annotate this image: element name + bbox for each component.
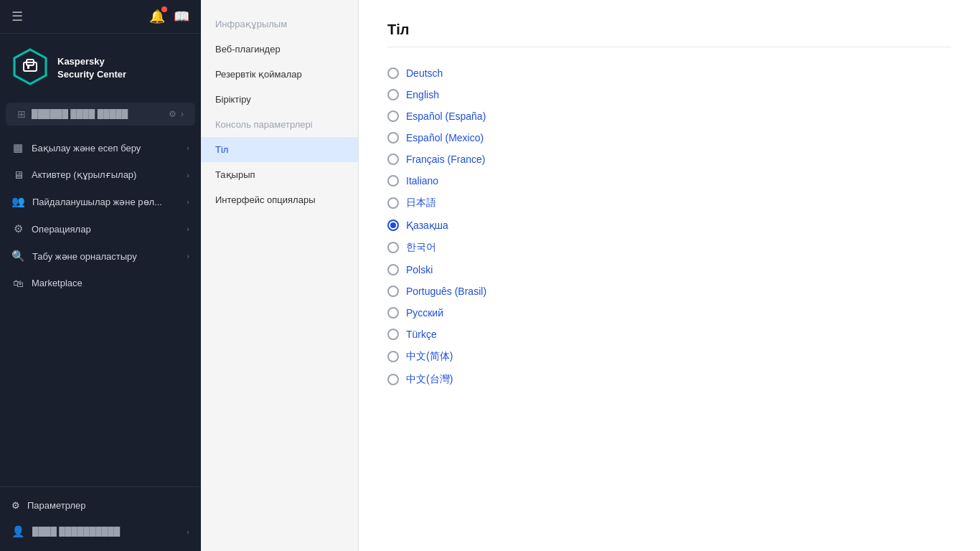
sidebar-item-find[interactable]: 🔍 Табу және орналастыру › [0, 242, 201, 270]
radio-chinese-simplified [387, 351, 399, 362]
user-name: ████ ██████████ [32, 527, 179, 537]
sidebar-item-label: Marketplace [32, 278, 189, 288]
language-item-english[interactable]: English [387, 89, 951, 100]
menu-item-integration[interactable]: Біріктіру [201, 87, 358, 112]
language-item-espanol-espana[interactable]: Español (España) [387, 110, 951, 122]
language-label-turkish: Türkçe [406, 329, 437, 340]
menu-item-console-params: Консоль параметрлері [201, 112, 358, 137]
language-item-polski[interactable]: Polski [387, 264, 951, 276]
language-label-chinese-traditional: 中文(台灣) [406, 373, 453, 386]
language-item-japanese[interactable]: 日本語 [387, 197, 951, 209]
page-title: Тіл [387, 22, 951, 47]
sidebar-item-label: Пайдаланушылар және рөл... [32, 197, 179, 207]
sidebar-item-label: Бақылау және есеп беру [32, 143, 179, 154]
language-item-chinese-traditional[interactable]: 中文(台灣) [387, 373, 951, 386]
user-icon: 👤 [11, 525, 25, 538]
hamburger-icon[interactable]: ☰ [11, 9, 23, 24]
sidebar-item-marketplace[interactable]: 🛍 Marketplace [0, 270, 201, 296]
svg-rect-3 [27, 65, 29, 69]
language-item-korean[interactable]: 한국어 [387, 241, 951, 254]
radio-italiano [387, 175, 399, 187]
notification-dot [161, 6, 167, 12]
language-item-kazakh[interactable]: Қазақша [387, 220, 951, 231]
settings-icon: ⚙ [11, 500, 20, 511]
language-label-kazakh: Қазақша [406, 220, 448, 231]
language-label-english: English [406, 89, 439, 100]
server-actions: ⚙ › [169, 109, 184, 119]
logo-area: Kaspersky Security Center [0, 34, 201, 103]
sidebar-item-monitoring[interactable]: ▦ Бақылау және есеп беру › [0, 134, 201, 161]
radio-japanese [387, 197, 399, 209]
search-icon: 🔍 [11, 250, 25, 263]
menu-item-language[interactable]: Тіл [201, 137, 358, 162]
language-item-russian[interactable]: Русский [387, 307, 951, 319]
radio-deutsch [387, 67, 399, 79]
language-label-espanol-espana: Español (España) [406, 110, 486, 122]
svg-marker-0 [14, 50, 46, 84]
main-content: Тіл DeutschEnglishEspañol (España)Españo… [359, 0, 980, 551]
sidebar-item-label: Активтер (құрылғылар) [32, 169, 179, 180]
language-item-francais[interactable]: Français (France) [387, 154, 951, 165]
language-item-deutsch[interactable]: Deutsch [387, 67, 951, 79]
sidebar-item-assets[interactable]: 🖥 Активтер (құрылғылар) › [0, 161, 201, 188]
sidebar-item-operations[interactable]: ⚙ Операциялар › [0, 215, 201, 242]
chevron-right-icon: › [187, 225, 189, 233]
language-item-portuguese[interactable]: Português (Brasil) [387, 286, 951, 297]
sidebar-bottom: ⚙ Параметрлер 👤 ████ ██████████ › [0, 486, 201, 551]
monitoring-icon: ▦ [11, 141, 24, 154]
server-name: ██████ ████ █████ [32, 109, 163, 119]
server-selector[interactable]: ⊞ ██████ ████ █████ ⚙ › [6, 103, 195, 126]
settings-icon[interactable]: ⚙ [169, 109, 176, 119]
radio-korean [387, 242, 399, 253]
language-label-portuguese: Português (Brasil) [406, 286, 486, 297]
nav-items: ▦ Бақылау және есеп беру › 🖥 Активтер (қ… [0, 131, 201, 486]
language-item-chinese-simplified[interactable]: 中文(简体) [387, 350, 951, 363]
sidebar-item-label: Операциялар [32, 224, 179, 235]
language-label-deutsch: Deutsch [406, 67, 443, 79]
language-item-espanol-mexico[interactable]: Español (Mexico) [387, 132, 951, 143]
marketplace-icon: 🛍 [11, 277, 24, 289]
settings-item[interactable]: ⚙ Параметрлер [0, 493, 201, 518]
menu-item-infrastructure: Инфрақұрылым [201, 11, 358, 37]
chevron-right-icon: › [187, 171, 189, 179]
menu-item-interface-options[interactable]: Интерфейс опциялары [201, 187, 358, 212]
radio-kazakh [387, 220, 399, 231]
language-item-italiano[interactable]: Italiano [387, 175, 951, 187]
language-label-chinese-simplified: 中文(简体) [406, 350, 453, 363]
menu-item-backup[interactable]: Резервтік қоймалар [201, 62, 358, 87]
sidebar-item-label: Табу және орналастыру [32, 251, 179, 262]
settings-label: Параметрлер [27, 500, 86, 511]
language-label-francais: Français (France) [406, 154, 485, 165]
language-item-turkish[interactable]: Türkçe [387, 329, 951, 340]
language-label-polski: Polski [406, 264, 433, 276]
notification-icon[interactable]: 🔔 [149, 9, 165, 24]
sidebar-header: ☰ 🔔 📖 [0, 0, 201, 34]
radio-espanol-mexico [387, 132, 399, 143]
radio-chinese-traditional [387, 374, 399, 385]
language-label-russian: Русский [406, 307, 443, 319]
header-icons: 🔔 📖 [149, 9, 189, 24]
language-label-espanol-mexico: Español (Mexico) [406, 132, 484, 143]
svg-rect-1 [24, 62, 37, 71]
chevron-right-icon: › [187, 143, 189, 152]
sidebar-item-users[interactable]: 👥 Пайдаланушылар және рөл... › [0, 188, 201, 215]
radio-polski [387, 264, 399, 276]
radio-russian [387, 307, 399, 319]
logo-text: Kaspersky Security Center [57, 55, 126, 81]
radio-espanol-espana [387, 110, 399, 122]
kaspersky-logo [11, 48, 49, 88]
user-item[interactable]: 👤 ████ ██████████ › [0, 518, 201, 545]
chevron-right-icon: › [181, 109, 184, 119]
book-icon[interactable]: 📖 [174, 9, 189, 24]
menu-item-theme[interactable]: Тақырып [201, 162, 358, 187]
language-label-italiano: Italiano [406, 175, 438, 187]
assets-icon: 🖥 [11, 169, 24, 181]
middle-panel: Инфрақұрылым Веб-плагиндер Резервтік қой… [201, 0, 359, 551]
chevron-right-icon: › [187, 197, 189, 206]
menu-item-web-plugins[interactable]: Веб-плагиндер [201, 37, 358, 62]
server-icon: ⊞ [17, 108, 26, 120]
radio-english [387, 89, 399, 100]
radio-francais [387, 154, 399, 165]
chevron-right-icon: › [187, 527, 189, 536]
chevron-right-icon: › [187, 252, 189, 260]
